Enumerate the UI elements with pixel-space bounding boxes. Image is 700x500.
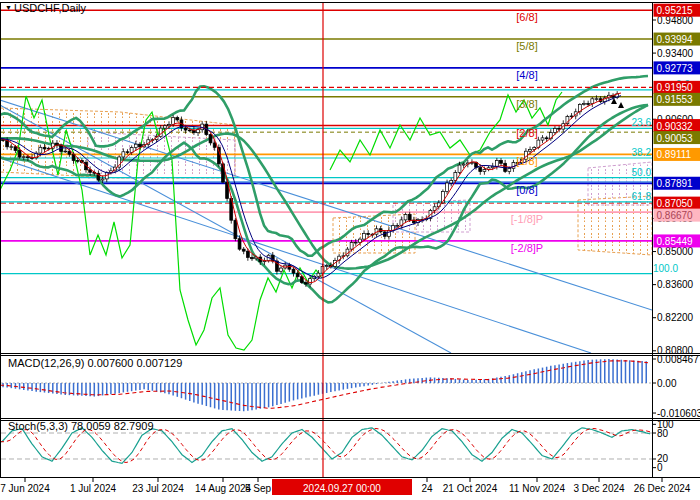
- candle-body: [587, 104, 590, 105]
- stoch-tick-label: 0: [657, 462, 663, 473]
- trendline[interactable]: [0, 158, 591, 353]
- candle-body: [234, 220, 237, 239]
- stoch-indicator-label: Stoch(5,3,3) 78.0059 82.7909: [8, 420, 154, 432]
- candle-body: [479, 168, 482, 172]
- candle-body: [363, 233, 366, 239]
- candle-body: [188, 130, 191, 131]
- price-badge-label: 0.89111: [657, 149, 692, 160]
- murrey-label: [2/8]: [516, 127, 537, 139]
- symbol-dropdown-icon[interactable]: ▼: [5, 4, 12, 11]
- price-tick-label: 0.93400: [657, 48, 694, 59]
- stoch-tick-label: 80: [657, 428, 669, 439]
- price-badge-label: 0.91553: [657, 94, 694, 105]
- candle-body: [545, 138, 548, 139]
- murrey-label: [3/8]: [516, 98, 537, 110]
- murrey-label: [0/8]: [516, 184, 537, 196]
- price-badge-label: 0.85449: [657, 236, 694, 247]
- candle-body: [350, 242, 353, 249]
- murrey-label: [-1/8]P: [511, 213, 543, 225]
- date-label: 14 Aug 2024: [195, 483, 252, 494]
- candle-body: [18, 150, 21, 157]
- price-tick-label: 0.82200: [657, 312, 694, 323]
- date-label: 26 Dec 2024: [634, 483, 691, 494]
- candle-body: [288, 265, 291, 269]
- price-badge-label: 0.87891: [657, 178, 694, 189]
- time-axis[interactable]: 7 Jun 20241 Jul 202423 Jul 202414 Aug 20…: [0, 478, 691, 495]
- candle-body: [22, 157, 25, 158]
- date-label: 1 Jul 2024: [70, 483, 117, 494]
- murrey-label: [6/8]: [516, 11, 537, 23]
- fib-label: 38.2: [632, 147, 652, 158]
- candle-body: [238, 239, 241, 249]
- date-label: 24: [421, 483, 433, 494]
- murrey-labels: [6/8][5/8][4/8][3/8][2/8][1/8][0/8][-1/8…: [511, 11, 543, 254]
- candle-body: [101, 179, 104, 180]
- price-axis[interactable]: 0.948000.934000.906000.864000.850000.836…: [652, 4, 700, 473]
- candle-body: [450, 180, 453, 183]
- candle-body: [404, 214, 407, 219]
- candle-body: [396, 225, 399, 226]
- candle-body: [280, 268, 283, 271]
- candle-body: [246, 251, 249, 257]
- candle-body: [583, 104, 586, 105]
- fib-label: 23.6: [632, 117, 652, 128]
- crosshair-time-label: 2024.09.27 00:00: [303, 483, 381, 494]
- price-badge-label: 0.90053: [657, 133, 694, 144]
- candle-body: [64, 151, 67, 152]
- candle-body: [458, 165, 461, 173]
- date-label: 5 Sep: [245, 483, 272, 494]
- candle-body: [554, 128, 557, 132]
- candle-body: [126, 152, 129, 153]
- candle-body: [462, 164, 465, 165]
- candle-body: [2, 140, 5, 141]
- candle-body: [14, 147, 17, 151]
- murrey-label: [4/8]: [516, 69, 537, 81]
- candle-body: [209, 135, 212, 143]
- date-label: 21 Oct 2024: [443, 483, 498, 494]
- candle-body: [317, 273, 320, 276]
- murrey-label: [5/8]: [516, 40, 537, 52]
- candle-body: [163, 126, 166, 128]
- price-badge-label: 0.92773: [657, 63, 694, 74]
- candle-body: [292, 269, 295, 273]
- date-label: 11 Nov 2024: [509, 483, 565, 494]
- candle-body: [43, 147, 46, 149]
- candle-body: [591, 99, 594, 104]
- chart-title-text: USDCHF,Daily: [14, 2, 86, 14]
- candle-body: [495, 160, 498, 166]
- price-badge-label: 0.91950: [657, 82, 694, 93]
- trading-chart-window: [6/8][5/8][4/8][3/8][2/8][1/8][0/8][-1/8…: [0, 0, 700, 500]
- macd-tick-label: -0.010603: [657, 408, 700, 419]
- price-badge-label: 0.87050: [657, 198, 694, 209]
- candle-body: [192, 130, 195, 132]
- candle-body: [367, 233, 370, 234]
- price-badge-label: 0.95215: [657, 5, 694, 16]
- price-badge-label: 0.86670: [657, 210, 694, 221]
- candle-body: [354, 242, 357, 243]
- candle-body: [26, 157, 29, 158]
- macd-indicator-label: MACD(12,26,9) 0.007600 0.007129: [8, 357, 182, 369]
- candle-body: [595, 99, 598, 100]
- murrey-label: [-2/8]P: [511, 242, 543, 254]
- murrey-label: [1/8]: [516, 155, 537, 167]
- candle-body: [176, 118, 179, 120]
- candle-body: [134, 144, 137, 147]
- candle-body: [358, 239, 361, 242]
- candle-body: [10, 147, 13, 148]
- date-label: 7 Jun 2024: [0, 483, 50, 494]
- candle-body: [508, 168, 511, 171]
- fib-label: 50.0: [632, 167, 652, 178]
- candle-body: [512, 163, 515, 169]
- macd-tick-label: 0.00: [657, 378, 677, 389]
- price-tick-label: 0.83600: [657, 279, 694, 290]
- candle-body: [296, 273, 299, 277]
- fib-label: 61.8: [632, 191, 652, 202]
- macd-tick-label: 0.008467: [657, 354, 699, 365]
- candle-body: [197, 130, 200, 133]
- candle-body: [541, 138, 544, 140]
- candle-body: [242, 249, 245, 251]
- candle-body: [529, 150, 532, 152]
- candle-body: [122, 152, 125, 157]
- candle-body: [309, 279, 312, 284]
- candle-body: [139, 144, 142, 147]
